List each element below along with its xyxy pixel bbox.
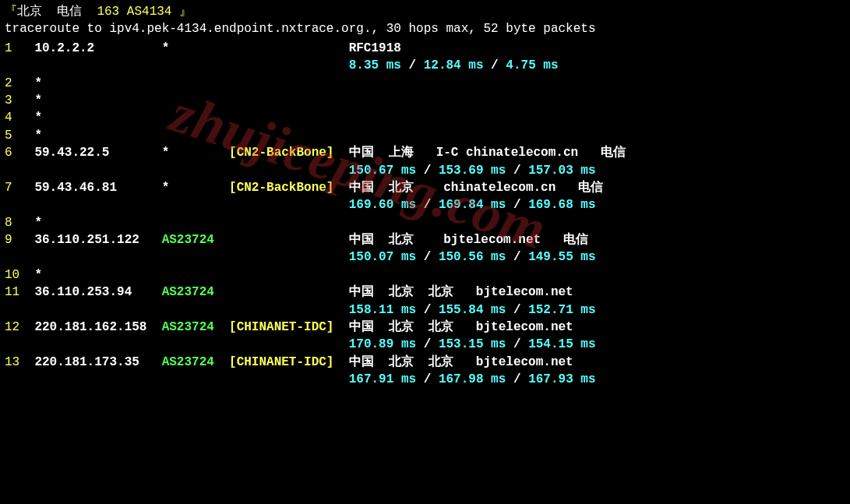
hop-tag [229,284,349,301]
hop-ip: * [34,214,161,231]
rtt-value: 167.98 ms [439,371,506,388]
rtt-sep: / [506,196,528,213]
hop-row: 3 * [5,92,845,109]
hop-location: 中国 北京 北京 bjtelecom.net [349,319,845,336]
rtt-value: 150.67 ms [349,162,416,179]
hop-number: 2 [5,75,34,92]
hop-row: 6 59.43.22.5 * [CN2-BackBone] 中国 上海 I-C … [5,144,845,161]
hop-number: 12 [5,319,34,336]
rtt-sep: / [506,371,528,388]
hop-row: 9 36.110.251.122 AS23724 中国 北京 bjtelecom… [5,231,845,248]
rtt-sep: / [416,162,439,179]
hop-ip: 10.2.2.2 [34,40,161,57]
hop-ip: 220.181.162.158 [34,319,161,336]
rtt-value: 152.71 ms [528,301,595,319]
hop-ip: * [34,266,161,284]
rtt-value: 169.84 ms [439,196,506,213]
hop-rtt-row: 169.60 ms / 169.84 ms / 169.68 ms [5,196,845,213]
traceroute-command: traceroute to ipv4.pek-4134.endpoint.nxt… [5,20,845,37]
hop-ip: 59.43.22.5 [34,144,161,161]
hop-location: 中国 北京 bjtelecom.net 电信 [349,231,845,248]
hop-number: 11 [5,284,34,301]
hop-row: 11 36.110.253.94 AS23724 中国 北京 北京 bjtele… [5,284,845,301]
rtt-value: 167.93 ms [528,371,595,388]
hop-ip: * [34,75,161,92]
rtt-value: 155.84 ms [439,301,506,319]
rtt-value: 153.15 ms [439,336,506,353]
hop-number: 13 [5,354,34,371]
rtt-sep: / [416,371,439,388]
hop-number: 3 [5,92,34,109]
hop-rtt-row: 170.89 ms / 153.15 ms / 154.15 ms [5,336,845,353]
hop-rtt-row: 8.35 ms / 12.84 ms / 4.75 ms [5,57,845,74]
hop-ip: * [34,92,161,109]
rtt-sep: / [416,248,439,266]
hop-number: 7 [5,179,34,196]
rtt-value: 153.69 ms [439,162,506,179]
rtt-value: 4.75 ms [506,57,558,74]
hop-rtt-row: 150.67 ms / 153.69 ms / 157.03 ms [5,162,845,179]
hop-tag [229,231,349,248]
hop-location: 中国 上海 I-C chinatelecom.cn 电信 [349,144,845,161]
rtt-value: 8.35 ms [349,57,401,74]
hop-location: 中国 北京 chinatelecom.cn 电信 [349,179,845,196]
rtt-sep: / [416,196,439,213]
hop-asn: AS23724 [162,354,229,371]
rtt-value: 154.15 ms [528,336,595,353]
hops-list: 1 10.2.2.2 * RFC1918 8.35 ms / 12.84 ms … [5,40,845,389]
hop-row: 13 220.181.173.35 AS23724 [CHINANET-IDC]… [5,354,845,371]
hop-asn: * [162,40,229,57]
hop-number: 8 [5,214,34,231]
hop-location: RFC1918 [349,40,845,57]
rtt-value: 167.91 ms [349,371,416,388]
hop-rtt-row: 158.11 ms / 155.84 ms / 152.71 ms [5,301,845,319]
rtt-sep: / [506,162,528,179]
hop-row: 12 220.181.162.158 AS23724 [CHINANET-IDC… [5,319,845,336]
rtt-sep: / [484,57,506,74]
hop-ip: * [34,127,161,144]
rtt-sep: / [506,248,528,266]
hop-number: 9 [5,231,34,248]
trace-header: 『北京 电信 163 AS4134 』 [5,3,845,20]
rtt-sep: / [416,336,439,353]
rtt-value: 149.55 ms [528,248,595,266]
hop-row: 7 59.43.46.81 * [CN2-BackBone] 中国 北京 chi… [5,179,845,196]
rtt-value: 169.68 ms [528,196,595,213]
hop-number: 4 [5,109,34,126]
hop-ip: * [34,109,161,126]
hop-location: 中国 北京 北京 bjtelecom.net [349,354,845,371]
hop-asn: * [162,144,229,161]
hop-asn: AS23724 [162,319,229,336]
hop-tag: [CHINANET-IDC] [229,319,349,336]
rtt-sep: / [416,301,439,319]
hop-row: 2 * [5,75,845,92]
rtt-sep: / [506,301,528,319]
hop-ip: 59.43.46.81 [34,179,161,196]
hop-ip: 220.181.173.35 [34,354,161,371]
hop-location: 中国 北京 北京 bjtelecom.net [349,284,845,301]
hop-tag: [CN2-BackBone] [229,144,349,161]
rtt-sep: / [401,57,424,74]
hop-ip: 36.110.253.94 [34,284,161,301]
hop-row: 5 * [5,127,845,144]
hop-row: 10 * [5,266,845,284]
rtt-value: 157.03 ms [528,162,595,179]
hop-asn: * [162,179,229,196]
hop-number: 1 [5,40,34,57]
rtt-value: 158.11 ms [349,301,416,319]
rtt-value: 170.89 ms [349,336,416,353]
hop-tag: [CN2-BackBone] [229,179,349,196]
rtt-value: 150.56 ms [439,248,506,266]
hop-asn: AS23724 [162,231,229,248]
hop-ip: 36.110.251.122 [34,231,161,248]
rtt-value: 12.84 ms [424,57,484,74]
hop-number: 5 [5,127,34,144]
hop-number: 6 [5,144,34,161]
hop-tag [229,40,349,57]
hop-rtt-row: 167.91 ms / 167.98 ms / 167.93 ms [5,371,845,388]
hop-asn: AS23724 [162,284,229,301]
hop-tag: [CHINANET-IDC] [229,354,349,371]
rtt-value: 169.60 ms [349,196,416,213]
hop-row: 8 * [5,214,845,231]
hop-number: 10 [5,266,34,284]
